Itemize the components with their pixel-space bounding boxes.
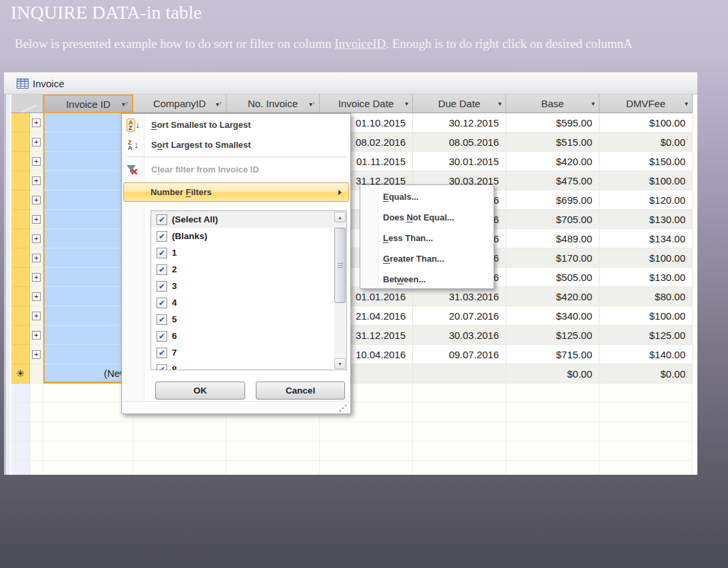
row-selector[interactable] [11, 441, 30, 461]
menu-item-number-filters[interactable]: Number Filters [123, 182, 349, 202]
expand-plus-button[interactable]: + [32, 331, 41, 340]
submenu-item-does-not-equal[interactable]: Does Not Equal... [362, 207, 492, 227]
filter-value-option-2[interactable]: ✔2 [151, 261, 346, 278]
row-selector[interactable] [11, 113, 30, 133]
filter-value-option-8[interactable]: ✔8 [151, 361, 346, 370]
checkbox-checked-icon[interactable]: ✔ [157, 348, 167, 358]
cell-due-date[interactable]: 30.12.2015 [413, 113, 506, 133]
cell-base[interactable]: $170.00 [506, 248, 599, 268]
cell-dmvfee[interactable]: $130.00 [599, 210, 693, 229]
cell-dmvfee[interactable]: $134.00 [599, 229, 693, 248]
cell-base[interactable]: $715.00 [506, 345, 599, 364]
checkbox-checked-icon[interactable]: ✔ [157, 231, 167, 242]
row-selector[interactable] [11, 306, 30, 326]
submenu-item-less-than[interactable]: Less Than... [362, 228, 492, 248]
cell-dmvfee[interactable]: $140.00 [599, 345, 693, 364]
cell-dmvfee[interactable]: $80.00 [599, 287, 693, 306]
filter-value-option-1[interactable]: ✔1 [151, 244, 346, 261]
checkbox-checked-icon[interactable]: ✔ [157, 248, 167, 258]
filter-sort-icon[interactable]: ▾↑ [122, 101, 128, 108]
cell-due-date[interactable]: 30.01.2015 [413, 152, 506, 171]
cell-empty[interactable] [133, 422, 226, 441]
dropdown-arrow-icon[interactable]: ▾ [591, 101, 595, 107]
cell-empty[interactable] [43, 441, 133, 461]
cell-empty[interactable] [506, 461, 599, 475]
expand-plus-button[interactable]: + [32, 234, 41, 243]
row-selector[interactable] [11, 384, 30, 403]
cell-empty[interactable] [413, 461, 506, 475]
cell-empty[interactable] [133, 441, 226, 461]
filter-value-option-6[interactable]: ✔6 [151, 328, 346, 344]
filter-sort-icon[interactable]: ▾↑ [309, 100, 315, 107]
cell-base[interactable]: $340.00 [506, 306, 599, 326]
column-header-companyid[interactable]: CompanyID▾↑ [133, 95, 226, 113]
cell-base[interactable]: $420.00 [506, 152, 599, 171]
select-all-corner[interactable] [11, 95, 43, 113]
cell-empty[interactable] [43, 461, 133, 475]
filter-value-option-7[interactable]: ✔7 [151, 344, 346, 361]
filter-value-option-4[interactable]: ✔4 [151, 294, 346, 311]
cell-invoice-id[interactable] [43, 152, 133, 171]
filter-sort-icon[interactable]: ▾↑ [216, 100, 222, 107]
checkbox-checked-icon[interactable]: ✔ [157, 264, 167, 275]
cell-due-date[interactable]: 31.03.2016 [413, 287, 506, 306]
expand-plus-button[interactable]: + [32, 273, 41, 282]
cell-empty[interactable] [320, 461, 413, 475]
checkbox-checked-icon[interactable]: ✔ [157, 314, 167, 325]
cell-empty[interactable] [599, 422, 693, 441]
cell-empty[interactable] [413, 422, 506, 441]
column-header-base[interactable]: Base▾ [506, 95, 599, 113]
cell-empty[interactable] [506, 384, 599, 403]
cell-empty[interactable] [133, 461, 226, 475]
list-scrollbar[interactable]: ▲ ▼ [334, 212, 346, 369]
cell-invoice-id[interactable] [43, 306, 133, 326]
cell-empty[interactable] [506, 422, 599, 441]
scroll-up-button[interactable]: ▲ [334, 212, 346, 222]
filter-value-option-select-all[interactable]: ✔(Select All) [151, 211, 346, 228]
expand-plus-button[interactable]: + [32, 157, 41, 166]
cell-empty[interactable] [43, 422, 133, 441]
cell-invoice-id[interactable] [43, 133, 133, 152]
cell-invoice-id[interactable] [43, 287, 133, 306]
cell-due-date[interactable]: 09.07.2016 [413, 345, 506, 364]
cell-dmvfee[interactable]: $125.00 [599, 326, 693, 345]
cell-invoice-id[interactable] [43, 171, 133, 190]
cell-base[interactable]: $420.00 [506, 287, 599, 306]
row-selector[interactable] [11, 210, 30, 229]
row-selector[interactable] [11, 248, 30, 268]
row-selector[interactable] [11, 422, 30, 441]
dropdown-arrow-icon[interactable]: ▾ [405, 101, 408, 107]
row-selector[interactable] [11, 152, 30, 171]
cell-empty[interactable] [506, 403, 599, 422]
submenu-item-between[interactable]: Between... [362, 269, 492, 289]
cell-empty[interactable] [599, 403, 693, 422]
tab-invoice[interactable]: Invoice [33, 78, 65, 89]
scroll-down-button[interactable]: ▼ [334, 358, 346, 369]
submenu-item-greater-than[interactable]: Greater Than... [362, 248, 492, 268]
expand-plus-button[interactable]: + [32, 292, 41, 301]
cell-dmvfee[interactable]: $0.00 [599, 133, 693, 152]
cell-due-date[interactable] [413, 364, 506, 384]
row-selector[interactable] [11, 461, 30, 475]
expand-plus-button[interactable]: + [32, 119, 41, 127]
cell-invoice-id[interactable] [43, 113, 133, 133]
filter-value-option-5[interactable]: ✔5 [151, 311, 346, 328]
cell-empty[interactable] [226, 422, 320, 441]
expand-plus-button[interactable]: + [32, 350, 41, 359]
cell-due-date[interactable]: 20.07.2016 [413, 306, 506, 326]
cell-empty[interactable] [599, 384, 693, 403]
cell-dmvfee[interactable]: $100.00 [599, 248, 693, 268]
cell-empty[interactable] [43, 384, 133, 403]
cell-empty[interactable] [599, 441, 693, 461]
row-selector[interactable] [11, 190, 30, 210]
checkbox-checked-icon[interactable]: ✔ [157, 214, 167, 225]
column-header-invoice-id[interactable]: Invoice ID▾↑ [43, 95, 133, 113]
cell-dmvfee[interactable]: $150.00 [599, 152, 693, 171]
cell-empty[interactable] [413, 384, 506, 403]
cell-invoice-id-new[interactable]: (New) [43, 364, 133, 384]
cell-due-date[interactable]: 08.05.2016 [413, 133, 506, 152]
cell-base[interactable]: $489.00 [506, 229, 599, 248]
cell-base[interactable]: $595.00 [506, 113, 599, 133]
scroll-thumb[interactable] [334, 228, 346, 303]
column-header-dmvfee[interactable]: DMVFee▾ [599, 95, 693, 113]
